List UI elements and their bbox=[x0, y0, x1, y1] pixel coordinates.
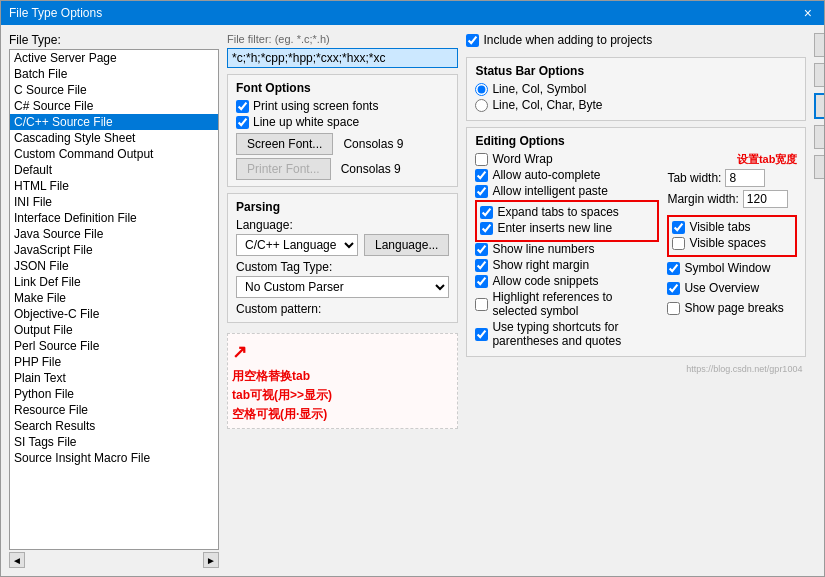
annotation-line2: tab可视(用>>显示) bbox=[232, 386, 332, 405]
filter-input[interactable] bbox=[227, 48, 458, 68]
file-list-item[interactable]: SI Tags File bbox=[10, 434, 218, 450]
margin-width-label: Margin width: bbox=[667, 192, 738, 206]
file-list-item[interactable]: INI File bbox=[10, 194, 218, 210]
auto-complete-label: Allow auto-complete bbox=[492, 168, 600, 182]
file-list-item[interactable]: Batch File bbox=[10, 66, 218, 82]
editing-section: Editing Options Word Wrap Allow auto-com… bbox=[466, 127, 806, 357]
file-list-item[interactable]: Active Server Page bbox=[10, 50, 218, 66]
margin-width-input[interactable] bbox=[743, 190, 788, 208]
status-radio-2[interactable] bbox=[475, 99, 488, 112]
custom-tag-select[interactable]: No Custom Parser bbox=[236, 276, 449, 298]
expand-tabs-checkbox[interactable] bbox=[480, 206, 493, 219]
remove-type-button[interactable]: Remove Type bbox=[814, 63, 824, 87]
annotation-text: ↗ 用空格替换tab tab可视(用>>显示) 空格可视(用·显示) bbox=[232, 338, 332, 424]
symbol-window-checkbox[interactable] bbox=[667, 262, 680, 275]
show-right-margin-checkbox[interactable] bbox=[475, 259, 488, 272]
file-list-item[interactable]: Make File bbox=[10, 290, 218, 306]
file-list-item[interactable]: Resource File bbox=[10, 402, 218, 418]
status-radio-1[interactable] bbox=[475, 83, 488, 96]
scroll-left-btn[interactable]: ◄ bbox=[9, 552, 25, 568]
use-typing-shortcuts-label: Use typing shortcuts for parentheses and… bbox=[492, 320, 659, 348]
tab-width-input[interactable] bbox=[725, 169, 765, 187]
line-up-whitespace-label: Line up white space bbox=[253, 115, 359, 129]
add-type-button[interactable]: Add Type... bbox=[814, 33, 824, 57]
language-label: Language: bbox=[236, 218, 449, 232]
highlight-refs-checkbox[interactable] bbox=[475, 298, 488, 311]
screen-font-button[interactable]: Screen Font... bbox=[236, 133, 333, 155]
help-button[interactable]: Help bbox=[814, 155, 824, 179]
file-list-item[interactable]: C Source File bbox=[10, 82, 218, 98]
file-list-item[interactable]: Output File bbox=[10, 322, 218, 338]
file-list-item[interactable]: HTML File bbox=[10, 178, 218, 194]
file-list-item[interactable]: Link Def File bbox=[10, 274, 218, 290]
arrow-icon: ↗ bbox=[232, 338, 332, 367]
expand-tabs-box: Expand tabs to spaces Enter inserts new … bbox=[475, 200, 659, 242]
scroll-right-btn[interactable]: ► bbox=[203, 552, 219, 568]
font-options-section: Font Options Print using screen fonts Li… bbox=[227, 74, 458, 187]
show-page-breaks-checkbox[interactable] bbox=[667, 302, 680, 315]
use-typing-shortcuts-checkbox[interactable] bbox=[475, 328, 488, 341]
file-list-item[interactable]: Java Source File bbox=[10, 226, 218, 242]
word-wrap-label: Word Wrap bbox=[492, 152, 552, 166]
include-checkbox[interactable] bbox=[466, 34, 479, 47]
screen-font-name: Consolas 9 bbox=[343, 137, 403, 151]
file-list-item[interactable]: Python File bbox=[10, 386, 218, 402]
visible-options-box: Visible tabs Visible spaces bbox=[667, 215, 797, 257]
annotation-line3: 空格可视(用·显示) bbox=[232, 405, 332, 424]
parsing-section: Parsing Language: C/C++ Language Languag… bbox=[227, 193, 458, 323]
filter-section: File filter: (eg. *.c;*.h) bbox=[227, 33, 458, 68]
enter-inserts-label: Enter inserts new line bbox=[497, 221, 612, 235]
custom-tag-label: Custom Tag Type: bbox=[236, 260, 449, 274]
visible-spaces-label: Visible spaces bbox=[689, 236, 766, 250]
status-bar-title: Status Bar Options bbox=[475, 64, 797, 78]
show-line-numbers-checkbox[interactable] bbox=[475, 243, 488, 256]
status-radio-1-label: Line, Col, Symbol bbox=[492, 82, 586, 96]
file-list-item[interactable]: PHP File bbox=[10, 354, 218, 370]
close-icon[interactable]: × bbox=[800, 5, 816, 21]
file-list-item[interactable]: C/C++ Source File bbox=[10, 114, 218, 130]
file-list-item[interactable]: Objective-C File bbox=[10, 306, 218, 322]
print-screen-fonts-checkbox[interactable] bbox=[236, 100, 249, 113]
show-right-margin-label: Show right margin bbox=[492, 258, 589, 272]
visible-tabs-label: Visible tabs bbox=[689, 220, 750, 234]
printer-font-button[interactable]: Printer Font... bbox=[236, 158, 331, 180]
word-wrap-checkbox[interactable] bbox=[475, 153, 488, 166]
file-list-item[interactable]: JSON File bbox=[10, 258, 218, 274]
intelligent-paste-checkbox[interactable] bbox=[475, 185, 488, 198]
line-up-whitespace-checkbox[interactable] bbox=[236, 116, 249, 129]
file-list-item[interactable]: Default bbox=[10, 162, 218, 178]
file-list-item[interactable]: Search Results bbox=[10, 418, 218, 434]
file-list-item[interactable]: Interface Definition File bbox=[10, 210, 218, 226]
visible-tabs-checkbox[interactable] bbox=[672, 221, 685, 234]
file-list-item[interactable]: Cascading Style Sheet bbox=[10, 130, 218, 146]
allow-code-snippets-label: Allow code snippets bbox=[492, 274, 598, 288]
language-select[interactable]: C/C++ Language bbox=[236, 234, 358, 256]
file-list-item[interactable]: C# Source File bbox=[10, 98, 218, 114]
file-list-item[interactable]: Source Insight Macro File bbox=[10, 450, 218, 466]
auto-indent-button[interactable]: Auto Indent... bbox=[814, 125, 824, 149]
status-bar-section: Status Bar Options Line, Col, Symbol Lin… bbox=[466, 57, 806, 121]
file-list-item[interactable]: Custom Command Output bbox=[10, 146, 218, 162]
status-radio-2-label: Line, Col, Char, Byte bbox=[492, 98, 602, 112]
tab-annotation: 设置tab宽度 bbox=[667, 152, 797, 167]
file-list-item[interactable]: Perl Source File bbox=[10, 338, 218, 354]
file-type-list[interactable]: Active Server PageBatch FileC Source Fil… bbox=[9, 49, 219, 550]
status-radio-1-row: Line, Col, Symbol bbox=[475, 82, 797, 96]
close-button[interactable]: Close bbox=[814, 93, 824, 119]
language-button[interactable]: Language... bbox=[364, 234, 449, 256]
enter-inserts-checkbox[interactable] bbox=[480, 222, 493, 235]
allow-code-snippets-checkbox[interactable] bbox=[475, 275, 488, 288]
annotation-area: ↗ 用空格替换tab tab可视(用>>显示) 空格可视(用·显示) bbox=[227, 333, 458, 429]
dialog-title: File Type Options bbox=[9, 6, 102, 20]
font-options-title: Font Options bbox=[236, 81, 449, 95]
use-overview-checkbox[interactable] bbox=[667, 282, 680, 295]
file-list-item[interactable]: Plain Text bbox=[10, 370, 218, 386]
action-buttons-panel: Add Type... Remove Type Close Auto Inden… bbox=[814, 33, 824, 568]
print-screen-fonts-row: Print using screen fonts bbox=[236, 99, 449, 113]
show-page-breaks-label: Show page breaks bbox=[684, 301, 783, 315]
auto-complete-checkbox[interactable] bbox=[475, 169, 488, 182]
visible-spaces-checkbox[interactable] bbox=[672, 237, 685, 250]
print-screen-fonts-label: Print using screen fonts bbox=[253, 99, 378, 113]
file-list-item[interactable]: JavaScript File bbox=[10, 242, 218, 258]
custom-pattern-label: Custom pattern: bbox=[236, 302, 449, 316]
